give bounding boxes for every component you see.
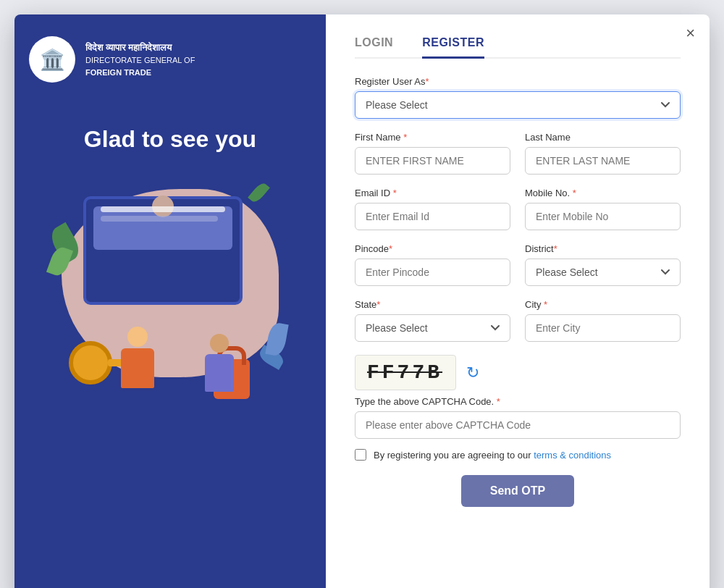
welcome-heading: Glad to see you [84,126,256,153]
email-group: Email ID * [355,188,510,230]
ill-key [69,341,112,385]
first-name-group: First Name * [355,132,510,175]
logo-emblem: 🏛️ [29,36,75,83]
email-label: Email ID * [355,188,510,198]
city-label: City * [525,299,681,310]
hindi-text: विदेश व्यापार महानिदेशालय [85,41,195,55]
captcha-display-area: FF77B ↻ [355,355,681,390]
state-group: State* Please Select [355,299,510,342]
ill-line-2 [101,216,218,222]
city-input[interactable] [525,314,681,342]
ill-person2-head [210,334,229,353]
org-line1: DIRECTORATE GENERAL OF [85,56,195,64]
tab-register[interactable]: REGISTER [422,36,484,59]
ill-line-1 [101,206,225,212]
ill-person1-body [121,348,154,388]
pincode-input[interactable] [355,259,510,286]
captcha-image: FF77B [355,355,456,390]
org-line2: FOREIGN TRADE [85,68,151,77]
close-button[interactable]: × [686,25,695,41]
logo-text: विदेश व्यापार महानिदेशालय DIRECTORATE GE… [85,41,195,79]
terms-row: By registering you are agreeing to our t… [355,449,681,461]
right-panel: × LOGIN REGISTER Register User As* Pleas… [326,14,710,588]
last-name-label: Last Name [525,132,681,143]
ill-person2-body [205,354,234,392]
register-user-select[interactable]: Please Select [355,91,681,119]
pincode-district-row: Pincode* District* Please Select [355,243,681,286]
first-name-input[interactable] [355,147,510,175]
ill-person2 [203,334,235,395]
tab-bar: LOGIN REGISTER [355,36,681,59]
terms-checkbox[interactable] [355,449,366,461]
district-label: District* [525,243,681,254]
required-star: * [426,76,429,87]
last-name-group: Last Name [525,132,681,175]
ill-person1-head [127,327,148,347]
mobile-input[interactable] [525,203,681,230]
pincode-group: Pincode* [355,243,510,286]
email-mobile-row: Email ID * Mobile No. * [355,188,681,230]
captcha-input[interactable] [355,411,681,439]
logo-row: 🏛️ विदेश व्यापार महानिदेशालय DIRECTORATE… [29,36,195,83]
city-group: City * [525,299,681,342]
register-user-label: Register User As* [355,76,681,87]
illustration [47,167,293,428]
send-otp-button[interactable]: Send OTP [461,475,574,507]
captcha-label: Type the above CAPTCHA Code. * [355,396,681,407]
captcha-input-group [355,411,681,439]
terms-label: By registering you are agreeing to our t… [374,450,611,461]
captcha-refresh-button[interactable]: ↻ [466,364,479,382]
mobile-label: Mobile No. * [525,188,681,198]
first-name-label: First Name * [355,132,510,143]
district-select[interactable]: Please Select [525,259,681,286]
email-input[interactable] [355,203,510,230]
modal-container: 🏛️ विदेश व्यापार महानिदेशालय DIRECTORATE… [14,14,710,588]
last-name-input[interactable] [525,147,681,175]
leaf-5 [248,181,270,205]
register-user-group: Register User As* Please Select [355,76,681,119]
state-label: State* [355,299,510,310]
left-panel: 🏛️ विदेश व्यापार महानिदेशालय DIRECTORATE… [14,14,326,588]
ill-screen [83,196,243,305]
state-select[interactable]: Please Select [355,314,510,342]
district-group: District* Please Select [525,243,681,286]
ill-person1 [119,327,156,392]
state-city-row: State* Please Select City * [355,299,681,342]
terms-link[interactable]: terms & conditions [534,450,611,461]
mobile-group: Mobile No. * [525,188,681,230]
tab-login[interactable]: LOGIN [355,36,393,59]
ill-screen-inner [93,206,232,250]
pincode-label: Pincode* [355,243,510,254]
name-row: First Name * Last Name [355,132,681,175]
